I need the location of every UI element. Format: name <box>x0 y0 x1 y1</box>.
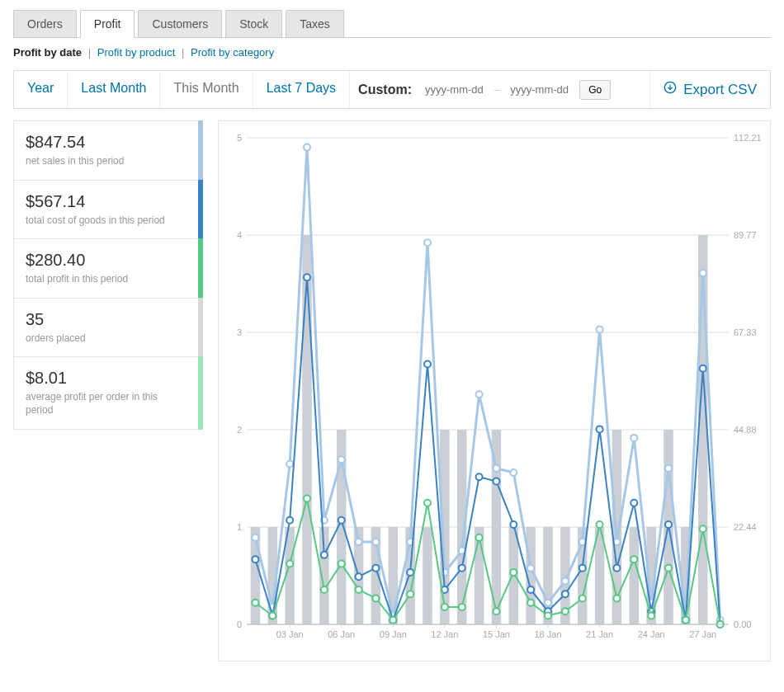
svg-point-137 <box>545 612 551 619</box>
svg-point-144 <box>665 565 672 572</box>
svg-point-104 <box>459 565 465 572</box>
stat-value: 35 <box>26 310 166 329</box>
svg-point-84 <box>597 326 603 332</box>
svg-point-86 <box>631 435 637 441</box>
stat-color-bar <box>198 298 203 358</box>
svg-text:15 Jan: 15 Jan <box>483 629 510 639</box>
svg-point-116 <box>665 521 672 528</box>
svg-text:0: 0 <box>237 619 242 629</box>
export-csv-button[interactable]: Export CSV <box>650 71 770 108</box>
svg-point-77 <box>476 391 483 398</box>
stat-color-bar <box>198 238 203 299</box>
svg-point-106 <box>493 478 499 484</box>
subnav-link-category[interactable]: Profit by category <box>191 46 274 59</box>
svg-rect-29 <box>423 527 432 624</box>
stat-card[interactable]: $567.14total cost of goods in this perio… <box>13 180 203 239</box>
svg-point-112 <box>597 426 603 432</box>
svg-text:21 Jan: 21 Jan <box>586 629 613 639</box>
stat-value: $847.54 <box>26 133 166 152</box>
tab-profit[interactable]: Profit <box>80 10 135 38</box>
date-from-input[interactable] <box>420 80 489 99</box>
svg-point-70 <box>356 539 362 545</box>
svg-text:67.33: 67.33 <box>734 327 757 337</box>
svg-text:89.77: 89.77 <box>734 230 757 240</box>
stat-card[interactable]: $847.54net sales in this period <box>13 120 203 180</box>
stat-card[interactable]: $8.01average profit per order in this pe… <box>13 356 203 429</box>
export-csv-label: Export CSV <box>683 82 757 98</box>
tab-customers[interactable]: Customers <box>138 10 222 37</box>
svg-point-122 <box>286 560 293 567</box>
svg-text:12 Jan: 12 Jan <box>431 629 458 639</box>
svg-point-81 <box>545 600 551 606</box>
date-range-bar: YearLast MonthThis MonthLast 7 Days Cust… <box>13 70 771 109</box>
svg-rect-41 <box>630 527 639 624</box>
custom-range-box: Custom: – Go <box>350 71 650 108</box>
stat-color-bar <box>198 180 203 240</box>
svg-point-108 <box>527 586 534 593</box>
tab-stock[interactable]: Stock <box>225 10 282 37</box>
tab-taxes[interactable]: Taxes <box>286 10 344 37</box>
svg-point-79 <box>510 469 517 476</box>
svg-point-98 <box>356 573 362 580</box>
download-icon <box>664 81 677 98</box>
svg-point-74 <box>424 239 431 246</box>
range-last-7-days[interactable]: Last 7 Days <box>253 71 350 108</box>
stat-color-bar <box>198 120 203 181</box>
subnav-link-product[interactable]: Profit by product <box>97 46 176 59</box>
svg-point-133 <box>476 534 483 541</box>
svg-point-78 <box>493 465 499 472</box>
stat-label: average profit per order in this period <box>26 391 166 417</box>
svg-point-95 <box>304 274 310 280</box>
svg-point-127 <box>372 595 379 601</box>
svg-point-121 <box>269 612 276 619</box>
stat-value: $567.14 <box>26 192 166 211</box>
date-to-input[interactable] <box>505 80 574 99</box>
svg-point-64 <box>252 534 258 541</box>
stat-label: total cost of goods in this period <box>26 214 166 228</box>
custom-label: Custom: <box>358 82 412 97</box>
svg-point-145 <box>682 617 689 624</box>
svg-point-88 <box>665 465 672 472</box>
svg-point-126 <box>356 586 362 593</box>
svg-point-135 <box>510 569 517 576</box>
svg-text:09 Jan: 09 Jan <box>380 629 407 639</box>
range-year[interactable]: Year <box>14 71 68 108</box>
range-last-month[interactable]: Last Month <box>68 71 160 108</box>
svg-text:24 Jan: 24 Jan <box>638 629 665 639</box>
svg-point-113 <box>613 565 620 572</box>
range-this-month[interactable]: This Month <box>160 71 253 108</box>
svg-point-134 <box>493 608 499 614</box>
svg-point-90 <box>700 270 706 276</box>
subnav-current: Profit by date <box>13 46 82 59</box>
stat-value: $280.40 <box>26 251 166 270</box>
svg-point-143 <box>648 612 654 619</box>
svg-text:06 Jan: 06 Jan <box>328 629 355 639</box>
go-button[interactable]: Go <box>579 80 611 100</box>
svg-point-107 <box>510 521 517 528</box>
svg-point-99 <box>372 565 379 572</box>
svg-point-124 <box>321 586 328 593</box>
svg-point-92 <box>252 556 258 563</box>
tab-orders[interactable]: Orders <box>13 10 77 37</box>
stat-card[interactable]: $280.40total profit in this period <box>13 238 203 298</box>
svg-point-80 <box>527 565 534 572</box>
report-body: $847.54net sales in this period$567.14to… <box>13 120 771 661</box>
svg-point-136 <box>527 600 534 606</box>
report-tab-bar: OrdersProfitCustomersStockTaxes <box>13 10 771 38</box>
svg-point-123 <box>304 496 310 502</box>
stat-label: orders placed <box>26 332 166 346</box>
stat-label: total profit in this period <box>26 273 166 286</box>
svg-point-114 <box>631 500 637 506</box>
svg-text:27 Jan: 27 Jan <box>689 629 716 639</box>
stat-color-bar <box>198 356 203 429</box>
svg-text:4: 4 <box>237 230 242 240</box>
svg-point-101 <box>407 569 413 576</box>
chart-container: 00.00122.44244.88367.33489.775112.2103 J… <box>218 120 771 661</box>
stat-value: $8.01 <box>26 369 166 388</box>
svg-point-82 <box>562 577 569 584</box>
svg-point-120 <box>252 600 258 606</box>
svg-point-125 <box>338 560 345 567</box>
stat-card[interactable]: 35orders placed <box>13 298 203 357</box>
svg-text:03 Jan: 03 Jan <box>276 629 304 639</box>
svg-text:112.21: 112.21 <box>734 133 762 143</box>
